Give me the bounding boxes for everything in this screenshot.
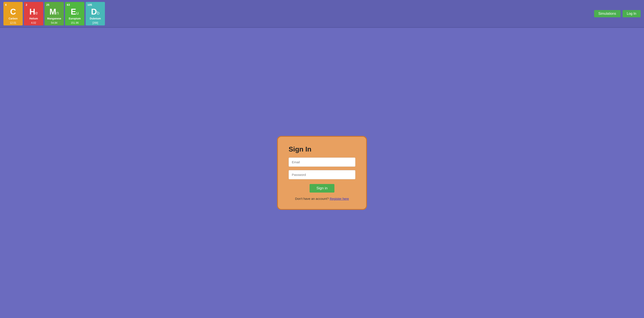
register-link[interactable]: Register here xyxy=(330,197,349,200)
email-input[interactable] xyxy=(288,158,356,167)
element-symbol-manganese: Mn xyxy=(50,8,59,16)
element-name-carbon: Carbon xyxy=(8,17,18,20)
register-prompt: Don't have an account? xyxy=(295,197,329,200)
element-mass-europium: 151.96 xyxy=(71,21,79,24)
element-number-manganese: 25 xyxy=(46,3,49,6)
simulations-button[interactable]: Simulations xyxy=(594,10,620,17)
element-name-manganese: Manganese xyxy=(47,17,61,20)
signin-card: Sign In Sign in Don't have an account? R… xyxy=(277,136,367,210)
submit-wrap: Sign in xyxy=(288,184,356,192)
element-tiles-row: 6 C Carbon 12.01 2 He Helium 4.02 25 Mn … xyxy=(4,2,105,25)
register-text: Don't have an account? Register here xyxy=(295,197,349,200)
element-tile-manganese: 25 Mn Manganese 54.84 xyxy=(44,2,64,25)
login-button[interactable]: Log In xyxy=(622,10,640,17)
element-tile-dubnium: 105 Db Dubnium [268] xyxy=(86,2,105,25)
element-name-europium: Europium xyxy=(69,17,81,20)
element-symbol-helium: He xyxy=(29,8,38,16)
element-number-dubnium: 105 xyxy=(87,3,92,6)
navbar: 6 C Carbon 12.01 2 He Helium 4.02 25 Mn … xyxy=(0,0,644,28)
element-name-dubnium: Dubnium xyxy=(90,17,101,20)
element-name-helium: Helium xyxy=(29,17,38,20)
signin-form: Sign in xyxy=(288,158,356,192)
element-mass-carbon: 12.01 xyxy=(10,21,16,24)
element-number-carbon: 6 xyxy=(5,3,7,6)
element-tile-helium: 2 He Helium 4.02 xyxy=(24,2,43,25)
element-tile-europium: 63 Eu Europium 151.96 xyxy=(65,2,84,25)
element-symbol-dubnium: Db xyxy=(91,8,100,16)
main-content: Sign In Sign in Don't have an account? R… xyxy=(0,28,644,318)
element-symbol-europium: Eu xyxy=(71,8,79,16)
element-tile-carbon: 6 C Carbon 12.01 xyxy=(4,2,23,25)
password-input[interactable] xyxy=(288,170,356,179)
element-number-europium: 63 xyxy=(67,3,70,6)
signin-button[interactable]: Sign in xyxy=(310,184,334,192)
element-mass-dubnium: [268] xyxy=(92,21,98,24)
element-symbol-carbon: C xyxy=(10,8,16,16)
element-number-helium: 2 xyxy=(26,3,27,6)
nav-buttons: Simulations Log In xyxy=(594,10,640,17)
signin-title: Sign In xyxy=(288,145,312,153)
element-mass-helium: 4.02 xyxy=(31,21,36,24)
element-mass-manganese: 54.84 xyxy=(51,21,58,24)
